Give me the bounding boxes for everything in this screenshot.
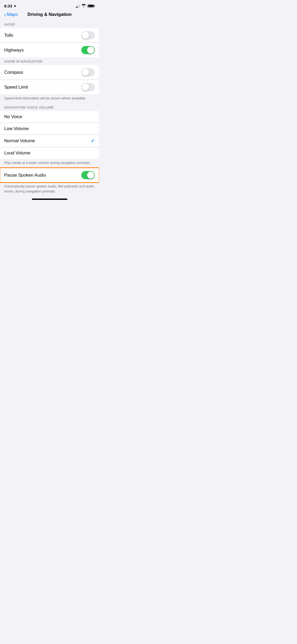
voice-volume-list: No Voice Low Volume Normal Volume ✓ Loud… <box>0 111 99 159</box>
tolls-item: Tolls <box>0 28 99 43</box>
loud-volume-label: Loud Volume <box>4 150 30 156</box>
tolls-toggle-knob <box>82 32 89 39</box>
normal-volume-label: Normal Volume <box>4 138 35 144</box>
pause-spoken-audio-item: Pause Spoken Audio <box>0 168 99 182</box>
avoid-section-header: AVOID <box>0 20 99 28</box>
signal-bar-1 <box>76 7 77 8</box>
pause-spoken-audio-toggle-knob <box>87 172 94 179</box>
low-volume-item[interactable]: Low Volume <box>0 123 99 135</box>
signal-bar-3 <box>78 6 79 8</box>
voice-volume-section: NAVIGATION VOICE VOLUME No Voice Low Vol… <box>0 103 99 168</box>
compass-item: Compass <box>0 65 99 80</box>
page-title: Driving & Navigation <box>27 12 72 17</box>
pause-spoken-audio-toggle[interactable] <box>81 171 95 179</box>
tolls-toggle[interactable] <box>81 31 95 39</box>
back-button[interactable]: ‹ Maps <box>4 12 18 17</box>
avoid-section: AVOID Tolls Highways <box>0 20 99 57</box>
speed-limit-label: Speed Limit <box>4 85 28 90</box>
compass-label: Compass <box>4 70 23 75</box>
back-label[interactable]: Maps <box>7 12 18 17</box>
show-in-navigation-list: Compass Speed Limit <box>0 65 99 94</box>
highways-toggle-knob <box>87 47 94 54</box>
no-voice-item[interactable]: No Voice <box>0 111 99 123</box>
speed-limit-toggle[interactable] <box>81 83 95 91</box>
back-chevron-icon: ‹ <box>4 12 6 17</box>
location-icon: ➤ <box>14 4 16 8</box>
loud-volume-item[interactable]: Loud Volume <box>0 147 99 159</box>
pause-spoken-audio-list: Pause Spoken Audio <box>0 168 99 182</box>
voice-volume-footer: Play media at a lower volume during navi… <box>0 159 99 168</box>
voice-volume-header: NAVIGATION VOICE VOLUME <box>0 103 99 111</box>
highways-label: Highways <box>4 48 24 53</box>
tolls-label: Tolls <box>4 33 13 38</box>
compass-toggle-knob <box>82 69 89 76</box>
highways-toggle[interactable] <box>81 46 95 54</box>
nav-header: ‹ Maps Driving & Navigation <box>0 10 99 20</box>
speed-limit-item: Speed Limit <box>0 80 99 94</box>
pause-spoken-audio-label: Pause Spoken Audio <box>4 173 46 178</box>
speed-limit-footer: Speed limit information will be shown wh… <box>0 94 99 103</box>
compass-toggle[interactable] <box>81 68 95 76</box>
no-voice-label: No Voice <box>4 114 22 119</box>
signal-bars <box>76 4 80 8</box>
highways-item: Highways <box>0 43 99 57</box>
status-icons <box>76 4 95 8</box>
normal-volume-item[interactable]: Normal Volume ✓ <box>0 135 99 147</box>
time-label: 6:33 <box>4 4 12 8</box>
pause-spoken-audio-footer: Automatically pause spoken audio, like p… <box>0 182 99 196</box>
pause-spoken-audio-section: Pause Spoken Audio Automatically pause s… <box>0 168 99 196</box>
signal-bar-4 <box>79 5 80 8</box>
home-bar <box>32 199 67 200</box>
show-in-navigation-header: SHOW IN NAVIGATION <box>0 57 99 65</box>
normal-volume-checkmark: ✓ <box>91 138 95 144</box>
battery <box>87 4 95 8</box>
home-indicator <box>0 196 99 201</box>
status-bar: 6:33 ➤ <box>0 0 99 10</box>
low-volume-label: Low Volume <box>4 126 29 131</box>
status-time: 6:33 ➤ <box>4 4 16 8</box>
avoid-settings-list: Tolls Highways <box>0 28 99 57</box>
wifi-icon <box>82 4 86 8</box>
speed-limit-toggle-knob <box>82 84 89 91</box>
signal-bar-2 <box>77 6 78 8</box>
show-in-navigation-section: SHOW IN NAVIGATION Compass Speed Limit S… <box>0 57 99 103</box>
